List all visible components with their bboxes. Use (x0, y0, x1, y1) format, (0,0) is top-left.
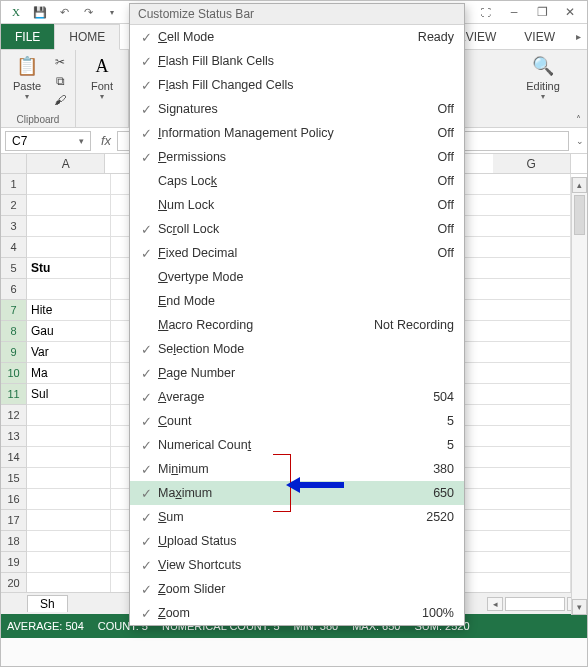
row-header[interactable]: 14 (1, 447, 27, 468)
row-header[interactable]: 16 (1, 489, 27, 510)
menu-item[interactable]: End Mode (130, 289, 464, 313)
cell[interactable] (487, 384, 571, 405)
cell[interactable] (487, 174, 571, 195)
cell[interactable] (487, 195, 571, 216)
cell[interactable] (487, 468, 571, 489)
cell[interactable]: Stu (27, 258, 111, 279)
ribbon-display-icon[interactable]: ⛶ (473, 3, 499, 21)
cell[interactable]: Sul (27, 384, 111, 405)
menu-item[interactable]: Macro RecordingNot Recording (130, 313, 464, 337)
cell[interactable] (27, 510, 111, 531)
scroll-up-icon[interactable]: ▴ (572, 177, 587, 193)
row-header[interactable]: 9 (1, 342, 27, 363)
cell[interactable]: Var (27, 342, 111, 363)
cell[interactable] (487, 300, 571, 321)
redo-icon[interactable]: ↷ (79, 3, 97, 21)
menu-item[interactable]: Overtype Mode (130, 265, 464, 289)
cell[interactable] (487, 279, 571, 300)
cell[interactable] (27, 468, 111, 489)
format-painter-icon[interactable]: 🖌 (51, 92, 69, 108)
select-all-corner[interactable] (1, 154, 27, 173)
font-button[interactable]: A Font ▾ (82, 52, 122, 101)
cell[interactable] (27, 489, 111, 510)
menu-item[interactable]: Caps LockOff (130, 169, 464, 193)
paste-button[interactable]: 📋 Paste ▾ (7, 52, 47, 101)
menu-item[interactable]: ✓Maximum650 (130, 481, 464, 505)
sheet-tab[interactable]: Sh (27, 595, 68, 612)
row-header[interactable]: 11 (1, 384, 27, 405)
row-header[interactable]: 7 (1, 300, 27, 321)
cell[interactable]: Hite (27, 300, 111, 321)
menu-item[interactable]: ✓Minimum380 (130, 457, 464, 481)
menu-item[interactable]: ✓Flash Fill Blank Cells (130, 49, 464, 73)
cell[interactable] (487, 489, 571, 510)
vertical-scrollbar[interactable]: ▴ ▾ (571, 177, 587, 615)
row-header[interactable]: 4 (1, 237, 27, 258)
column-header[interactable]: G (493, 154, 571, 173)
row-header[interactable]: 10 (1, 363, 27, 384)
cell[interactable] (27, 447, 111, 468)
save-icon[interactable]: 💾 (31, 3, 49, 21)
row-header[interactable]: 6 (1, 279, 27, 300)
formula-bar-expand-icon[interactable]: ⌄ (573, 136, 587, 146)
scroll-down-icon[interactable]: ▾ (572, 599, 587, 615)
cell[interactable] (487, 405, 571, 426)
tab-view[interactable]: VIEW (510, 24, 569, 49)
tab-file[interactable]: FILE (1, 24, 54, 49)
cell[interactable] (487, 321, 571, 342)
cell[interactable] (487, 237, 571, 258)
menu-item[interactable]: ✓Fixed DecimalOff (130, 241, 464, 265)
menu-item[interactable]: Num LockOff (130, 193, 464, 217)
row-header[interactable]: 5 (1, 258, 27, 279)
cell[interactable] (487, 552, 571, 573)
menu-item[interactable]: ✓Selection Mode (130, 337, 464, 361)
row-header[interactable]: 18 (1, 531, 27, 552)
find-button[interactable]: 🔍 Editing ▾ (523, 52, 563, 101)
row-header[interactable]: 15 (1, 468, 27, 489)
cell[interactable] (487, 216, 571, 237)
cell[interactable] (487, 447, 571, 468)
scroll-track[interactable] (505, 597, 565, 611)
minimize-icon[interactable]: – (501, 3, 527, 21)
cell[interactable] (27, 216, 111, 237)
undo-icon[interactable]: ↶ (55, 3, 73, 21)
name-box[interactable]: C7 ▾ (5, 131, 91, 151)
cell[interactable] (27, 405, 111, 426)
scroll-left-icon[interactable]: ◂ (487, 597, 503, 611)
menu-item[interactable]: ✓Information Management PolicyOff (130, 121, 464, 145)
menu-item[interactable]: ✓SignaturesOff (130, 97, 464, 121)
menu-item[interactable]: ✓Cell ModeReady (130, 25, 464, 49)
menu-item[interactable]: ✓Upload Status (130, 529, 464, 553)
cell[interactable] (487, 342, 571, 363)
scroll-thumb[interactable] (574, 195, 585, 235)
cell[interactable] (487, 258, 571, 279)
collapse-ribbon-icon[interactable]: ˄ (569, 111, 587, 127)
column-header[interactable]: A (27, 154, 105, 173)
cell[interactable] (27, 426, 111, 447)
cell[interactable] (487, 363, 571, 384)
menu-item[interactable]: ✓PermissionsOff (130, 145, 464, 169)
cell[interactable] (27, 237, 111, 258)
menu-item[interactable]: ✓View Shortcuts (130, 553, 464, 577)
menu-item[interactable]: ✓Average504 (130, 385, 464, 409)
close-icon[interactable]: ✕ (557, 3, 583, 21)
cut-icon[interactable]: ✂ (51, 54, 69, 70)
cell[interactable] (487, 531, 571, 552)
cell[interactable] (27, 195, 111, 216)
row-header[interactable]: 8 (1, 321, 27, 342)
cell[interactable] (27, 531, 111, 552)
menu-item[interactable]: ✓Count5 (130, 409, 464, 433)
cell[interactable]: Ma (27, 363, 111, 384)
cell[interactable] (27, 279, 111, 300)
menu-item[interactable]: ✓Sum2520 (130, 505, 464, 529)
ribbon-scroll-icon[interactable]: ▸ (569, 24, 587, 49)
cell[interactable] (27, 174, 111, 195)
row-header[interactable]: 12 (1, 405, 27, 426)
menu-item[interactable]: ✓Scroll LockOff (130, 217, 464, 241)
row-header[interactable]: 19 (1, 552, 27, 573)
row-header[interactable]: 3 (1, 216, 27, 237)
chevron-down-icon[interactable]: ▾ (79, 136, 84, 146)
cell[interactable] (487, 573, 571, 594)
row-header[interactable]: 20 (1, 573, 27, 594)
row-header[interactable]: 17 (1, 510, 27, 531)
